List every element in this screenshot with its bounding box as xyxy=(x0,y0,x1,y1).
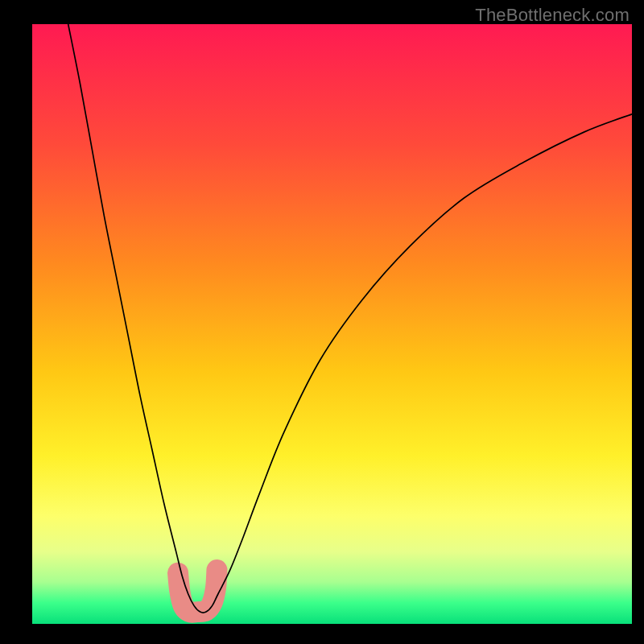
watermark-text: TheBottleneck.com xyxy=(475,5,630,26)
bottleneck-curve xyxy=(32,24,632,624)
curve-line xyxy=(68,24,632,613)
plot-area xyxy=(32,24,632,624)
optimal-range-highlight xyxy=(178,570,217,613)
chart-frame: TheBottleneck.com xyxy=(0,0,644,644)
